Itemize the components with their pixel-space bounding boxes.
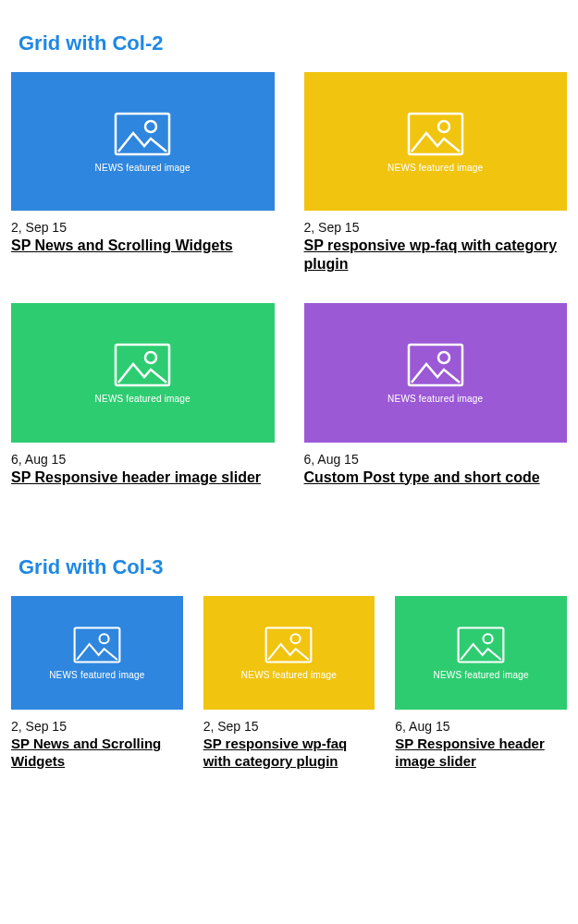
news-card: NEWS featured image 2, Sep 15 SP News an… [11,596,183,771]
news-date: 6, Aug 15 [395,719,567,734]
news-title-link[interactable]: SP Responsive header image slider [395,736,567,771]
news-title-link[interactable]: SP News and Scrolling Widgets [11,237,233,255]
news-date: 2, Sep 15 [11,719,183,734]
news-title-link[interactable]: SP News and Scrolling Widgets [11,736,183,771]
news-thumb[interactable]: NEWS featured image [304,72,568,211]
news-card: NEWS featured image 2, Sep 15 SP respons… [304,72,568,274]
news-thumb[interactable]: NEWS featured image [395,596,567,711]
svg-point-7 [438,352,449,363]
news-card: NEWS featured image 2, Sep 15 SP respons… [203,596,375,771]
image-placeholder-icon [72,626,122,664]
grid-col3: NEWS featured image 2, Sep 15 SP News an… [11,596,567,771]
grid-col2: NEWS featured image 2, Sep 15 SP News an… [11,72,567,487]
news-card: NEWS featured image 6, Aug 15 SP Respons… [395,596,567,771]
news-title-link[interactable]: SP Responsive header image slider [11,468,261,487]
news-date: 6, Aug 15 [11,452,275,467]
image-placeholder-icon [456,626,506,664]
news-title-link[interactable]: SP responsive wp-faq with cate­gory plug… [203,736,375,771]
news-card: NEWS featured image 6, Aug 15 SP Respons… [11,303,275,486]
news-title-link[interactable]: Custom Post type and short code [304,468,540,487]
image-placeholder-icon [113,342,172,388]
svg-point-3 [438,121,449,132]
svg-point-11 [291,634,301,643]
news-date: 2, Sep 15 [203,719,375,734]
image-placeholder-icon [406,342,465,388]
section-spacer [11,487,567,533]
image-placeholder-icon [264,626,314,664]
news-card: NEWS featured image 2, Sep 15 SP News an… [11,72,275,274]
news-thumb[interactable]: NEWS featured image [11,596,183,711]
image-placeholder-icon [113,111,172,157]
news-card: NEWS featured image 6, Aug 15 Custom Pos… [304,303,568,486]
news-date: 2, Sep 15 [304,220,568,235]
news-title-link[interactable]: SP responsive wp-faq with cate­gory plug… [304,237,568,274]
thumb-label: NEWS featured image [387,163,483,173]
svg-point-1 [145,121,156,132]
svg-point-13 [484,634,493,643]
thumb-label: NEWS featured image [95,163,191,173]
news-date: 2, Sep 15 [11,220,275,235]
news-thumb[interactable]: NEWS featured image [11,72,275,211]
section-heading-col3: Grid with Col-3 [18,555,567,579]
thumb-label: NEWS featured image [95,394,191,404]
thumb-label: NEWS featured image [241,670,337,680]
thumb-label: NEWS featured image [387,394,483,404]
thumb-label: NEWS featured image [434,670,529,680]
svg-point-9 [99,634,108,643]
svg-point-5 [145,352,156,363]
news-thumb[interactable]: NEWS featured image [11,303,275,442]
image-placeholder-icon [406,111,465,157]
news-date: 6, Aug 15 [304,452,568,467]
news-thumb[interactable]: NEWS featured image [304,303,568,442]
news-thumb[interactable]: NEWS featured image [203,596,375,711]
section-heading-col2: Grid with Col-2 [18,31,567,55]
thumb-label: NEWS featured image [49,670,144,680]
